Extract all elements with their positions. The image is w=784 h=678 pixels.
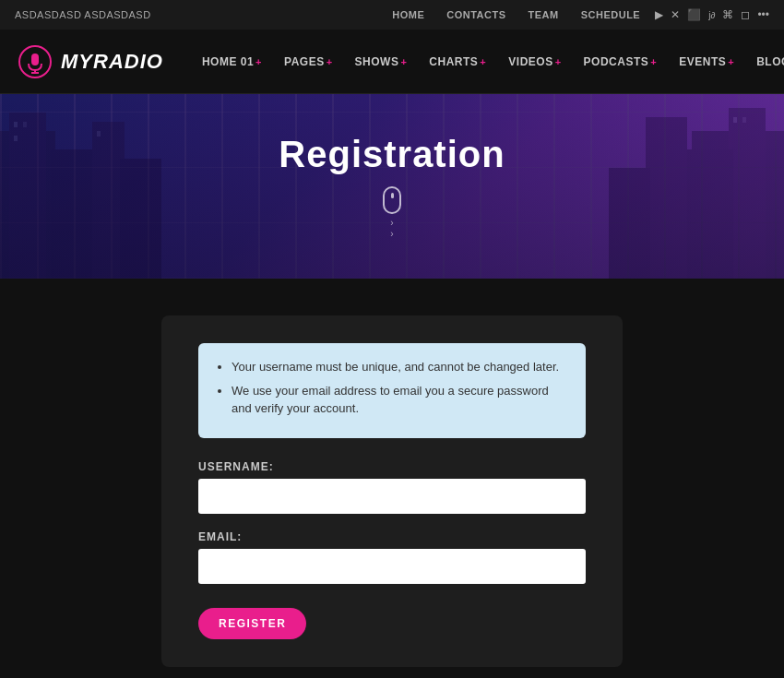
twitch-icon[interactable]: ⬛ bbox=[687, 8, 701, 21]
chevron-2: › bbox=[390, 229, 393, 240]
email-label: EMAIL: bbox=[198, 530, 586, 543]
more-dots-icon[interactable]: ••• bbox=[757, 8, 769, 21]
nav-videos[interactable]: VIDEOS+ bbox=[497, 30, 572, 94]
content-area: Your username must be unique, and cannot… bbox=[0, 279, 784, 678]
username-label: USERNAME: bbox=[198, 460, 586, 473]
main-nav: MYRADIO HOME 01+ PAGES+ SHOWS+ CHARTS+ V… bbox=[0, 30, 784, 94]
svg-rect-5 bbox=[9, 113, 46, 279]
registration-form-container: Your username must be unique, and cannot… bbox=[161, 315, 623, 667]
instagram-icon[interactable]: ◻ bbox=[741, 8, 750, 21]
svg-rect-4 bbox=[0, 131, 55, 279]
svg-rect-17 bbox=[97, 131, 101, 137]
logo[interactable]: MYRADIO bbox=[18, 45, 163, 78]
nav-home01[interactable]: HOME 01+ bbox=[191, 30, 273, 94]
youtube-icon[interactable]: ▶ bbox=[655, 8, 663, 21]
email-field-group: EMAIL: bbox=[198, 530, 586, 584]
svg-rect-1 bbox=[31, 54, 39, 65]
nav-podcasts[interactable]: PODCASTS+ bbox=[573, 30, 669, 94]
topnav-home[interactable]: HOME bbox=[385, 9, 432, 20]
scroll-mouse-icon bbox=[383, 186, 401, 214]
top-bar: ASDASDASD ASDASDASD HOME CONTACTS TEAM S… bbox=[0, 0, 784, 30]
nav-events[interactable]: EVENTS+ bbox=[668, 30, 745, 94]
logo-text: MYRADIO bbox=[61, 50, 163, 74]
top-bar-right: HOME CONTACTS TEAM SCHEDULE ▶ ✕ ⬛ j∂ ⌘ ◻… bbox=[385, 8, 769, 21]
svg-rect-11 bbox=[683, 149, 733, 279]
scroll-indicator: › › bbox=[383, 186, 401, 240]
svg-rect-7 bbox=[92, 122, 125, 279]
jsfiddle-icon[interactable]: j∂ bbox=[708, 10, 715, 20]
nav-shows[interactable]: SHOWS+ bbox=[344, 30, 419, 94]
register-button[interactable]: REGISTER bbox=[198, 608, 306, 639]
nav-pages[interactable]: PAGES+ bbox=[273, 30, 344, 94]
info-item-1: Your username must be unique, and cannot… bbox=[232, 358, 567, 376]
nav-charts[interactable]: CHARTS+ bbox=[418, 30, 497, 94]
svg-rect-9 bbox=[692, 131, 784, 279]
hero-section: Registration › › bbox=[0, 94, 784, 279]
top-bar-left-text: ASDASDASD ASDASDASD bbox=[15, 9, 151, 20]
svg-rect-12 bbox=[646, 117, 687, 279]
svg-rect-6 bbox=[51, 149, 97, 279]
svg-rect-16 bbox=[14, 136, 18, 141]
svg-rect-10 bbox=[729, 108, 766, 279]
info-item-2: We use your email address to email you a… bbox=[232, 382, 567, 418]
hero-title: Registration bbox=[279, 134, 505, 175]
info-box: Your username must be unique, and cannot… bbox=[198, 343, 586, 438]
twitter-icon[interactable]: ✕ bbox=[671, 8, 680, 21]
email-input[interactable] bbox=[198, 549, 586, 584]
chevron-1: › bbox=[390, 218, 393, 229]
username-input[interactable] bbox=[198, 479, 586, 514]
nav-blog[interactable]: BLOG+ bbox=[745, 30, 784, 94]
svg-rect-14 bbox=[14, 122, 18, 127]
svg-rect-19 bbox=[742, 117, 746, 123]
svg-rect-8 bbox=[120, 159, 161, 279]
svg-rect-13 bbox=[609, 168, 650, 279]
nav-items: HOME 01+ PAGES+ SHOWS+ CHARTS+ VIDEOS+ P… bbox=[191, 30, 784, 94]
logo-icon bbox=[18, 45, 52, 78]
username-field-group: USERNAME: bbox=[198, 460, 586, 514]
scroll-chevrons: › › bbox=[390, 218, 393, 240]
info-list: Your username must be unique, and cannot… bbox=[217, 358, 567, 418]
topnav-schedule[interactable]: SCHEDULE bbox=[574, 9, 648, 20]
svg-rect-15 bbox=[23, 122, 27, 127]
topnav-team[interactable]: TEAM bbox=[521, 9, 566, 20]
apple-icon[interactable]: ⌘ bbox=[722, 8, 733, 21]
topnav-contacts[interactable]: CONTACTS bbox=[439, 9, 513, 20]
svg-rect-18 bbox=[733, 117, 737, 123]
